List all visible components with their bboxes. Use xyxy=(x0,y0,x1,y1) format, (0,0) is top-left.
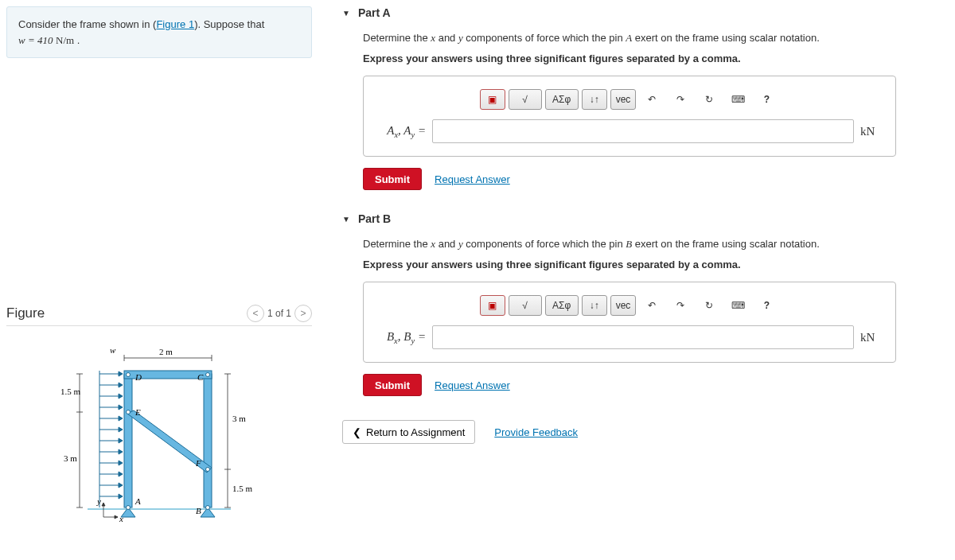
part-b-answer-input[interactable] xyxy=(432,325,854,349)
svg-text:y: y xyxy=(96,496,101,506)
svg-text:E: E xyxy=(134,407,141,417)
tool-redo-icon[interactable]: ↷ xyxy=(668,295,693,316)
tool-sqrt-icon[interactable]: √ xyxy=(509,89,542,110)
svg-marker-11 xyxy=(119,394,123,399)
figure-link[interactable]: Figure 1 xyxy=(156,18,194,30)
svg-marker-54 xyxy=(102,503,105,506)
return-to-assignment-button[interactable]: ❮ Return to Assignment xyxy=(342,420,475,444)
part-b-variable-label: Bx, By = xyxy=(375,330,426,345)
tool-undo-icon[interactable]: ↶ xyxy=(639,89,665,110)
part-b-request-answer-link[interactable]: Request Answer xyxy=(435,379,510,391)
figure-title: Figure xyxy=(6,305,45,321)
part-a-title: Part A xyxy=(358,6,391,19)
tool-help-icon[interactable]: ? xyxy=(754,89,779,110)
tool-keyboard-icon[interactable]: ⌨ xyxy=(725,89,750,110)
svg-marker-23 xyxy=(119,461,123,465)
tool-keyboard-icon[interactable]: ⌨ xyxy=(725,295,750,316)
svg-marker-17 xyxy=(119,427,123,432)
svg-text:1.5 m: 1.5 m xyxy=(232,484,253,493)
tool-vector-icon[interactable]: vec xyxy=(610,295,637,316)
tool-undo-icon[interactable]: ↶ xyxy=(639,295,665,316)
svg-point-33 xyxy=(206,373,210,377)
tool-template-icon[interactable]: ▣ xyxy=(480,89,505,110)
svg-text:x: x xyxy=(119,514,123,523)
svg-marker-29 xyxy=(119,494,123,499)
return-label: Return to Assignment xyxy=(366,426,465,438)
tool-redo-icon[interactable]: ↷ xyxy=(668,89,693,110)
svg-marker-15 xyxy=(119,416,123,421)
svg-point-35 xyxy=(206,468,210,472)
figure-prev[interactable]: < xyxy=(247,305,264,322)
part-a-instruction2: Express your answers using three signifi… xyxy=(363,52,741,64)
svg-marker-52 xyxy=(115,515,118,519)
tool-reset-icon[interactable]: ↻ xyxy=(696,89,722,110)
part-a-unit: kN xyxy=(860,125,884,138)
tool-template-icon[interactable]: ▣ xyxy=(480,295,505,316)
svg-text:F: F xyxy=(195,458,201,468)
svg-marker-21 xyxy=(119,449,123,454)
part-b-instruction2: Express your answers using three signifi… xyxy=(363,259,741,270)
part-a-request-answer-link[interactable]: Request Answer xyxy=(435,173,510,185)
equation-lhs: w = 410 xyxy=(18,34,53,46)
figure-nav-label: 1 of 1 xyxy=(267,308,291,319)
problem-text-mid: ). Suppose that xyxy=(194,18,264,30)
svg-marker-25 xyxy=(119,472,123,476)
part-b-submit-button[interactable]: Submit xyxy=(363,374,422,396)
part-a-variable-label: Ax, Ay = xyxy=(375,124,426,139)
part-b-title: Part B xyxy=(358,212,391,225)
svg-marker-27 xyxy=(119,483,123,488)
svg-rect-1 xyxy=(124,374,132,508)
problem-statement: Consider the frame shown in (Figure 1). … xyxy=(6,6,312,58)
svg-point-34 xyxy=(127,410,131,414)
svg-marker-13 xyxy=(119,405,123,410)
problem-text-suffix: . xyxy=(74,34,80,46)
svg-point-36 xyxy=(127,506,131,510)
svg-text:w: w xyxy=(110,345,116,355)
svg-text:3 m: 3 m xyxy=(64,453,77,463)
part-a-instruction: Determine the x and y components of forc… xyxy=(363,30,942,46)
chevron-left-icon: ❮ xyxy=(353,426,361,438)
tool-subscript-icon[interactable]: ↓↑ xyxy=(582,295,607,316)
part-b-instruction: Determine the x and y components of forc… xyxy=(363,236,942,252)
tool-greek-icon[interactable]: ΑΣφ xyxy=(545,89,579,110)
part-b-unit: kN xyxy=(860,331,884,344)
provide-feedback-link[interactable]: Provide Feedback xyxy=(494,426,578,438)
svg-text:2 m: 2 m xyxy=(159,347,173,356)
svg-text:C: C xyxy=(197,372,204,382)
part-b-toggle[interactable]: ▼ xyxy=(342,215,350,224)
svg-text:A: A xyxy=(134,496,141,506)
figure-diagram: w 2 m 1.5 m 3 m 3 m 1.5 m D C E F A B x … xyxy=(6,342,312,525)
figure-nav: < 1 of 1 > xyxy=(247,305,312,322)
svg-text:B: B xyxy=(196,506,201,515)
svg-text:D: D xyxy=(134,372,142,382)
svg-rect-2 xyxy=(204,374,212,508)
tool-help-icon[interactable]: ? xyxy=(754,295,779,316)
svg-marker-9 xyxy=(119,383,123,387)
part-a-answer-input[interactable] xyxy=(432,119,854,143)
equation-unit: N/m xyxy=(56,34,74,46)
part-a-submit-button[interactable]: Submit xyxy=(363,168,422,190)
part-b-answer-box: ▣ √ ΑΣφ ↓↑ vec ↶ ↷ ↻ ⌨ ? Bx, By = kN xyxy=(363,282,896,363)
problem-text-prefix: Consider the frame shown in ( xyxy=(18,18,156,30)
svg-point-37 xyxy=(206,506,210,510)
part-a-answer-box: ▣ √ ΑΣφ ↓↑ vec ↶ ↷ ↻ ⌨ ? Ax, Ay = kN xyxy=(363,76,896,157)
svg-text:3 m: 3 m xyxy=(232,414,246,423)
figure-next[interactable]: > xyxy=(294,305,312,322)
svg-point-32 xyxy=(127,373,131,377)
tool-sqrt-icon[interactable]: √ xyxy=(509,295,542,316)
tool-greek-icon[interactable]: ΑΣφ xyxy=(545,295,579,316)
svg-text:1.5 m: 1.5 m xyxy=(60,387,81,396)
tool-vector-icon[interactable]: vec xyxy=(610,89,637,110)
svg-marker-19 xyxy=(119,438,123,443)
tool-subscript-icon[interactable]: ↓↑ xyxy=(582,89,607,110)
part-a-toggle[interactable]: ▼ xyxy=(342,9,350,18)
tool-reset-icon[interactable]: ↻ xyxy=(696,295,722,316)
svg-marker-7 xyxy=(119,371,123,376)
